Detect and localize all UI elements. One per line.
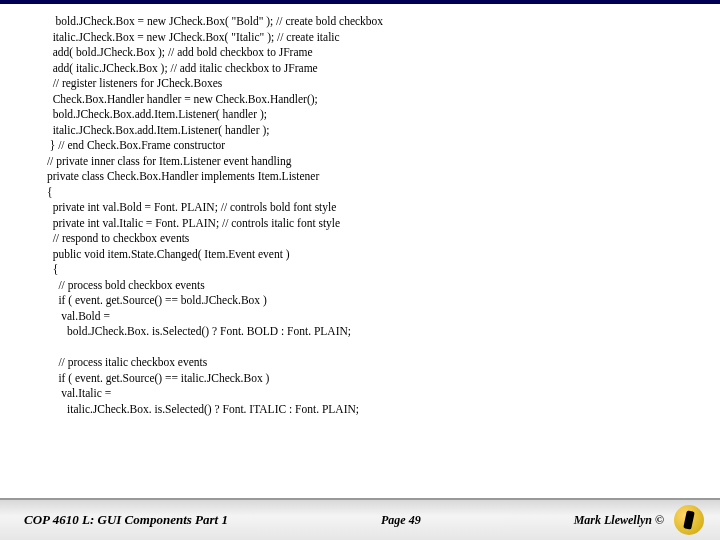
code-line: if ( event. get.Source() == italic.JChec… xyxy=(44,371,700,387)
code-line: private class Check.Box.Handler implemen… xyxy=(44,169,700,185)
course-title: COP 4610 L: GUI Components Part 1 xyxy=(24,512,228,528)
code-line: private int val.Italic = Font. PLAIN; //… xyxy=(44,216,700,232)
code-line: bold.JCheck.Box = new JCheck.Box( "Bold"… xyxy=(44,14,700,30)
ucf-logo-icon xyxy=(674,505,704,535)
code-line: italic.JCheck.Box.add.Item.Listener( han… xyxy=(44,123,700,139)
code-line: bold.JCheck.Box.add.Item.Listener( handl… xyxy=(44,107,700,123)
code-line: italic.JCheck.Box = new JCheck.Box( "Ita… xyxy=(44,30,700,46)
code-line: if ( event. get.Source() == bold.JCheck.… xyxy=(44,293,700,309)
slide-footer: COP 4610 L: GUI Components Part 1 Page 4… xyxy=(0,498,720,540)
code-line: public void item.State.Changed( Item.Eve… xyxy=(44,247,700,263)
code-line: private int val.Bold = Font. PLAIN; // c… xyxy=(44,200,700,216)
page-number: Page 49 xyxy=(381,513,421,528)
code-line xyxy=(44,340,700,356)
code-line: bold.JCheck.Box. is.Selected() ? Font. B… xyxy=(44,324,700,340)
code-line: italic.JCheck.Box. is.Selected() ? Font.… xyxy=(44,402,700,418)
code-line: val.Bold = xyxy=(44,309,700,325)
code-line: add( italic.JCheck.Box ); // add italic … xyxy=(44,61,700,77)
code-line: // process italic checkbox events xyxy=(44,355,700,371)
code-line: // private inner class for Item.Listener… xyxy=(44,154,700,170)
code-line: // respond to checkbox events xyxy=(44,231,700,247)
code-line: val.Italic = xyxy=(44,386,700,402)
code-line: // process bold checkbox events xyxy=(44,278,700,294)
code-line: { xyxy=(44,185,700,201)
code-line: // register listeners for JCheck.Boxes xyxy=(44,76,700,92)
code-line: add( bold.JCheck.Box ); // add bold chec… xyxy=(44,45,700,61)
code-line: Check.Box.Handler handler = new Check.Bo… xyxy=(44,92,700,108)
code-line: { xyxy=(44,262,700,278)
author-credit: Mark Llewellyn © xyxy=(574,513,664,528)
code-block: bold.JCheck.Box = new JCheck.Box( "Bold"… xyxy=(44,14,700,417)
code-line: } // end Check.Box.Frame constructor xyxy=(44,138,700,154)
